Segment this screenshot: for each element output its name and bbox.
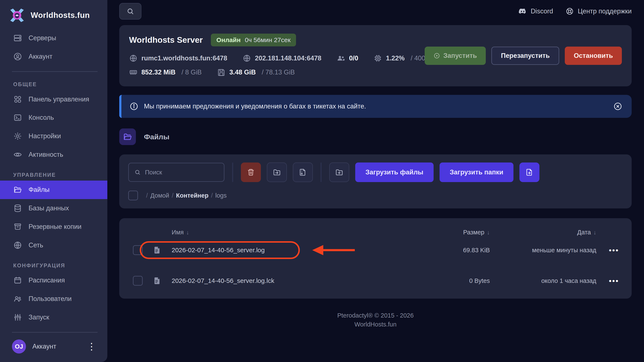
sidebar-item-startup[interactable]: Запуск	[0, 308, 107, 327]
file-search-input[interactable]	[145, 169, 218, 176]
globe-icon	[242, 54, 251, 62]
sidebar-item-servers[interactable]: Серверы	[0, 29, 107, 47]
sidebar-section-configuration: КОНФИГУРАЦИЯ	[0, 254, 107, 271]
global-search-button[interactable]	[119, 3, 142, 19]
sidebar-item-settings[interactable]: Настройки	[0, 127, 107, 146]
upload-folders-button[interactable]: Загрузить папки	[440, 163, 514, 182]
sidebar-item-label: Аккаунт	[28, 53, 52, 60]
row-menu-button[interactable]: •••	[609, 277, 619, 285]
calendar-icon	[13, 276, 22, 285]
stop-button[interactable]: Остановить	[565, 47, 622, 65]
stat-limit: / 78.13 GiB	[262, 68, 295, 76]
sort-arrow-icon: ↓	[186, 229, 189, 236]
sidebar: Worldhosts.fun Серверы Аккаунт ОБЩЕЕ Пан…	[0, 0, 107, 362]
sidebar-item-label: Расписания	[28, 277, 65, 284]
stat-cpu: 1.22% / 400%	[374, 54, 431, 62]
discord-link[interactable]: Discord	[518, 7, 553, 15]
file-plus-icon	[525, 168, 534, 177]
server-stats-row-2: 852.32 MiB / 8 GiB 3.48 GiB / 78.13 GiB	[129, 68, 622, 77]
column-size[interactable]: Размер↓	[424, 229, 490, 236]
sidebar-item-dashboard[interactable]: Панель управления	[0, 90, 107, 108]
banner-text: Мы принимаем предложения и уведомления о…	[144, 103, 608, 110]
sidebar-item-files[interactable]: Файлы	[0, 181, 107, 199]
footer-brand[interactable]: WorldHosts.fun	[119, 320, 632, 329]
footer-copyright: Pterodactyl® © 2015 - 2026	[119, 311, 632, 320]
sidebar-item-users[interactable]: Пользователи	[0, 290, 107, 308]
sidebar-item-label: Пользователи	[28, 295, 72, 303]
grid-icon	[13, 95, 22, 104]
table-row[interactable]: 2026-02-07_14-40-56_server.log 69.83 KiB…	[119, 240, 632, 260]
players-icon	[337, 54, 345, 62]
breadcrumb-separator: /	[144, 192, 150, 199]
support-link[interactable]: Центр поддержки	[566, 7, 632, 15]
stat-ip: 202.181.148.104:6478	[242, 54, 321, 62]
sidebar-item-databases[interactable]: Базы данных	[0, 199, 107, 218]
sidebar-item-backups[interactable]: Резервные копии	[0, 218, 107, 236]
sidebar-item-account[interactable]: Аккаунт	[0, 47, 107, 66]
stat-value: 3.48 GiB	[229, 68, 256, 76]
row-menu-button[interactable]: •••	[609, 246, 619, 254]
sidebar-item-network[interactable]: Сеть	[0, 236, 107, 254]
new-file-button[interactable]	[520, 163, 540, 182]
column-date[interactable]: Дата↓	[490, 229, 596, 236]
archive-file-button[interactable]	[293, 163, 313, 182]
toolbar-actions-row: Загрузить файлы Загрузить папки	[128, 163, 623, 182]
breadcrumb: / Домой / Контейнер / logs	[144, 192, 226, 199]
footer: Pterodactyl® © 2015 - 2026 WorldHosts.fu…	[119, 311, 632, 329]
file-size: 69.83 KiB	[424, 247, 490, 254]
stat-value: 1.22%	[386, 54, 405, 62]
sidebar-item-label: Панель управления	[28, 96, 89, 103]
new-folder-button[interactable]	[329, 163, 349, 182]
banner-close-icon[interactable]	[613, 102, 622, 111]
start-button[interactable]: Запустить	[425, 47, 486, 65]
move-button[interactable]	[267, 163, 287, 182]
row-checkbox[interactable]	[133, 276, 143, 286]
breadcrumb-dir[interactable]: logs	[215, 192, 226, 199]
disk-icon	[217, 68, 226, 77]
table-row[interactable]: 2026-02-07_14-40-56_server.log.lck 0 Byt…	[119, 271, 632, 291]
stat-limit: / 8 GiB	[182, 68, 202, 76]
sidebar-item-label: Базы данных	[28, 204, 69, 212]
file-name[interactable]: 2026-02-07_14-40-56_server.log	[172, 246, 424, 254]
lifebuoy-icon	[566, 7, 574, 15]
upload-files-button[interactable]: Загрузить файлы	[355, 163, 434, 182]
select-all-checkbox[interactable]	[128, 190, 138, 200]
sidebar-item-activity[interactable]: Активность	[0, 145, 107, 164]
stat-value: 852.32 MiB	[142, 68, 176, 76]
files-toolbar: Загрузить файлы Загрузить папки / Домой …	[119, 155, 632, 208]
status-label: Онлайн	[216, 36, 241, 44]
breadcrumb-separator: /	[208, 192, 215, 199]
folder-plus-icon	[335, 168, 344, 177]
account-row[interactable]: OJ Аккаунт ⋮	[0, 337, 107, 356]
brand-name: Worldhosts.fun	[31, 11, 90, 20]
file-size: 0 Bytes	[424, 277, 490, 284]
toolbar-divider	[232, 163, 233, 182]
breadcrumb-container[interactable]: Контейнер	[176, 192, 208, 199]
file-search-box[interactable]	[128, 163, 224, 182]
restart-button[interactable]: Перезапустить	[491, 47, 559, 65]
sidebar-item-label: Запуск	[28, 314, 49, 321]
file-name[interactable]: 2026-02-07_14-40-56_server.log.lck	[172, 277, 424, 284]
database-icon	[13, 204, 22, 213]
toolbar-divider	[320, 163, 322, 182]
brand[interactable]: Worldhosts.fun	[0, 0, 107, 29]
file-date: меньше минуты назад	[490, 247, 596, 254]
delete-button[interactable]	[241, 163, 261, 182]
memory-icon	[129, 68, 138, 77]
table-header: Имя↓ Размер↓ Дата↓	[119, 225, 632, 240]
sidebar-section-general: ОБЩЕЕ	[0, 73, 107, 90]
stat-domain: rumc1.worldhosts.fun:6478	[129, 54, 227, 62]
status-uptime: 0ч 56мин 27сек	[245, 36, 290, 44]
column-name[interactable]: Имя↓	[172, 229, 424, 236]
sidebar-item-schedules[interactable]: Расписания	[0, 271, 107, 290]
sliders-icon	[13, 313, 22, 322]
kebab-menu-icon[interactable]: ⋮	[87, 342, 96, 351]
breadcrumb-row: / Домой / Контейнер / logs	[128, 190, 623, 200]
row-checkbox[interactable]	[133, 245, 143, 255]
sidebar-item-console[interactable]: Консоль	[0, 108, 107, 127]
start-label: Запустить	[444, 52, 477, 60]
search-icon	[126, 7, 134, 15]
users-icon	[13, 294, 22, 303]
breadcrumb-home[interactable]: Домой	[150, 192, 169, 199]
discord-label: Discord	[531, 7, 553, 15]
